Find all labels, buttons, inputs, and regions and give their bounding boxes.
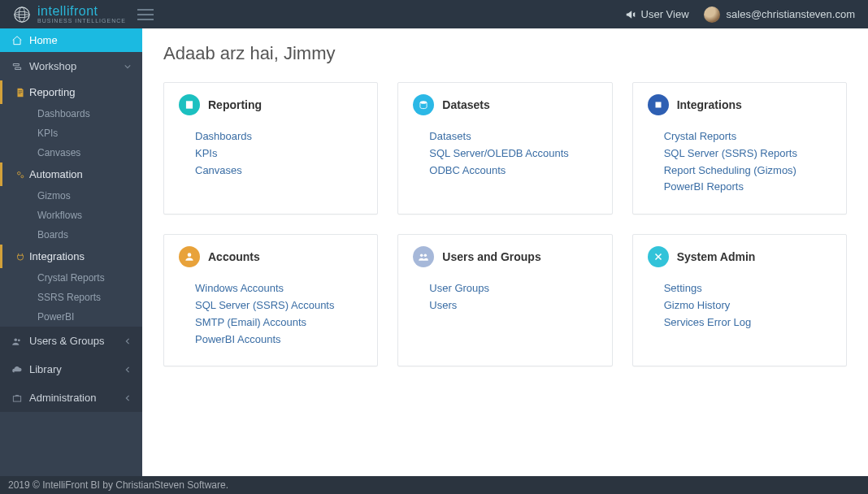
link-sqlserver-ssrs-accounts[interactable]: SQL Server (SSRS) Accounts	[179, 297, 362, 314]
nav-workshop-label: Workshop	[29, 60, 76, 72]
svg-point-4	[21, 175, 24, 177]
topbar: intellifront BUSINESS INTELLIGENCE User …	[0, 0, 868, 28]
card-system-admin-title: System Admin	[677, 250, 756, 263]
nav-reporting-label: Reporting	[29, 86, 75, 98]
nav-administration[interactable]: Administration	[0, 384, 142, 412]
reporting-icon	[179, 94, 200, 115]
brand-logo-icon	[13, 6, 31, 24]
nav-integrations-label: Integrations	[29, 250, 85, 262]
users-icon	[11, 336, 23, 347]
workshop-icon	[11, 61, 23, 72]
nav-integrations-powerbi[interactable]: PowerBI	[0, 307, 142, 327]
nav-reporting[interactable]: Reporting	[0, 80, 142, 104]
nav-home-label: Home	[29, 34, 58, 46]
nav-automation[interactable]: Automation	[0, 162, 142, 186]
nav-automation-gizmos[interactable]: Gizmos	[0, 186, 142, 206]
integrations-icon	[648, 94, 669, 115]
card-reporting: Reporting Dashboards KPIs Canvases	[163, 82, 378, 214]
card-integrations-title: Integrations	[677, 98, 742, 111]
link-services-error-log[interactable]: Services Error Log	[648, 314, 831, 332]
svg-point-3	[18, 171, 21, 175]
home-icon	[11, 35, 23, 46]
link-users[interactable]: Users	[413, 297, 597, 314]
link-powerbi-reports[interactable]: PowerBI Reports	[648, 179, 831, 196]
system-admin-icon	[648, 246, 669, 267]
link-settings[interactable]: Settings	[648, 280, 831, 297]
svg-rect-7	[13, 396, 20, 401]
card-reporting-title: Reporting	[208, 98, 262, 111]
account-menu[interactable]: sales@christiansteven.com	[704, 6, 855, 23]
link-datasets[interactable]: Datasets	[413, 128, 597, 145]
users-groups-icon	[413, 246, 434, 267]
nav-users-groups-label: Users & Groups	[29, 335, 104, 347]
nav-integrations-crystal[interactable]: Crystal Reports	[0, 268, 142, 288]
svg-point-6	[18, 339, 20, 341]
link-user-groups[interactable]: User Groups	[413, 280, 597, 297]
card-datasets: Datasets Datasets SQL Server/OLEDB Accou…	[397, 82, 612, 214]
chevron-left-icon	[124, 338, 131, 344]
sidebar-toggle[interactable]	[137, 9, 154, 20]
svg-point-9	[420, 101, 427, 104]
plug-icon	[15, 251, 26, 262]
nav-reporting-canvases[interactable]: Canvases	[0, 143, 142, 162]
chevron-left-icon	[124, 395, 131, 401]
nav-administration-label: Administration	[29, 392, 96, 404]
link-windows-accounts[interactable]: Windows Accounts	[179, 280, 362, 297]
footer: 2019 © IntelliFront BI by ChristianSteve…	[0, 476, 868, 494]
link-dashboards[interactable]: Dashboards	[179, 128, 362, 145]
card-grid: Reporting Dashboards KPIs Canvases Datas…	[163, 82, 847, 366]
nav-automation-label: Automation	[29, 168, 83, 180]
user-view-label: User View	[641, 8, 689, 20]
svg-point-12	[420, 254, 423, 258]
nav-reporting-dashboards[interactable]: Dashboards	[0, 104, 142, 124]
link-powerbi-accounts[interactable]: PowerBI Accounts	[179, 332, 362, 349]
card-system-admin: System Admin Settings Gizmo History Serv…	[632, 234, 847, 366]
account-email: sales@christiansteven.com	[727, 8, 855, 20]
footer-text: 2019 © IntelliFront BI by ChristianSteve…	[8, 479, 228, 491]
nav-library[interactable]: Library	[0, 355, 142, 384]
svg-point-5	[15, 338, 18, 341]
nav-library-label: Library	[29, 363, 62, 375]
datasets-icon	[413, 94, 434, 115]
brand-sub: BUSINESS INTELLIGENCE	[37, 18, 126, 24]
nav-reporting-kpis[interactable]: KPIs	[0, 124, 142, 143]
nav-home[interactable]: Home	[0, 28, 142, 52]
briefcase-icon	[11, 392, 23, 404]
link-kpis[interactable]: KPIs	[179, 145, 362, 162]
nav-integrations[interactable]: Integrations	[0, 245, 142, 268]
link-gizmo-history[interactable]: Gizmo History	[648, 297, 831, 314]
brand[interactable]: intellifront BUSINESS INTELLIGENCE	[13, 5, 126, 24]
nav-automation-boards[interactable]: Boards	[0, 225, 142, 245]
sidebar: Home Workshop Reporting Dashboards KPIs …	[0, 28, 142, 476]
nav-automation-workflows[interactable]: Workflows	[0, 206, 142, 225]
svg-point-11	[188, 254, 192, 258]
nav-integrations-ssrs[interactable]: SSRS Reports	[0, 288, 142, 307]
card-accounts: Accounts Windows Accounts SQL Server (SS…	[163, 234, 378, 366]
avatar	[704, 6, 720, 23]
link-smtp-accounts[interactable]: SMTP (Email) Accounts	[179, 314, 362, 332]
card-accounts-title: Accounts	[208, 250, 260, 263]
document-icon	[15, 87, 26, 98]
card-users-groups-title: Users and Groups	[442, 250, 540, 263]
link-odbc[interactable]: ODBC Accounts	[413, 162, 597, 180]
nav-workshop[interactable]: Workshop	[0, 52, 142, 80]
main-content: Adaab arz hai, Jimmy Reporting Dashboard…	[142, 28, 868, 476]
card-users-groups: Users and Groups User Groups Users	[397, 234, 612, 366]
link-canvases[interactable]: Canvases	[179, 162, 362, 180]
nav-users-groups[interactable]: Users & Groups	[0, 327, 142, 355]
brand-name: intellifront	[37, 5, 126, 18]
link-crystal-reports[interactable]: Crystal Reports	[648, 128, 831, 145]
link-ssrs-reports[interactable]: SQL Server (SSRS) Reports	[648, 145, 831, 162]
chevron-left-icon	[124, 366, 131, 373]
accounts-icon	[179, 246, 200, 267]
svg-rect-10	[655, 102, 661, 108]
link-report-scheduling[interactable]: Report Scheduling (Gizmos)	[648, 162, 831, 180]
cogs-icon	[15, 169, 26, 180]
chevron-down-icon	[124, 63, 131, 70]
user-view-toggle[interactable]: User View	[625, 8, 689, 20]
cloud-icon	[11, 364, 23, 375]
link-sqlserver-oledb[interactable]: SQL Server/OLEDB Accounts	[413, 145, 597, 162]
svg-rect-8	[186, 101, 193, 108]
page-title: Adaab arz hai, Jimmy	[163, 43, 847, 64]
svg-point-13	[424, 254, 427, 258]
